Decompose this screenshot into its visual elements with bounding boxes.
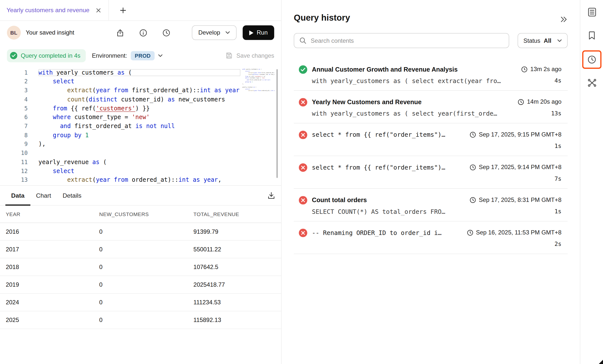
history-item-duration: 2s <box>554 241 561 248</box>
table-cell: 2025 <box>0 311 94 329</box>
save-icon <box>225 51 233 59</box>
table-row: 2016091399.79 <box>0 223 281 240</box>
document-header: BL Your saved insight <box>0 21 281 45</box>
history-item-time: 13m 2s ago <box>521 66 561 73</box>
table-row: 20250115892.13 <box>0 311 281 329</box>
logs-icon[interactable] <box>583 3 600 20</box>
history-item[interactable]: select * from {{ ref("order_items")…Sep … <box>294 156 568 184</box>
sql-editor[interactable]: 1with yearly_customers as (2 select3 ext… <box>0 66 281 185</box>
history-item-title: -- Renaming ORDER_ID to order_id i… <box>312 229 462 236</box>
history-item[interactable]: Count total ordersSep 17, 2025, 8:31 PM … <box>294 189 568 216</box>
code-line[interactable]: 13 extract(year from ordered_at)::int as… <box>0 176 281 184</box>
status-row: Query completed in 4s Environment: PROD … <box>0 45 281 66</box>
environment-value-badge: PROD <box>131 51 154 60</box>
bookmark-icon[interactable] <box>583 27 600 44</box>
line-number: 5 <box>0 105 39 111</box>
history-item-time: Sep 16, 2025, 11:53 PM GMT+8 <box>467 229 561 236</box>
search-input[interactable] <box>310 37 504 45</box>
code-line[interactable]: 1with yearly_customers as ( <box>0 68 281 77</box>
history-item-title: Count total orders <box>312 196 465 203</box>
code-line[interactable]: 5 from {{ ref('customers') }} <box>0 104 281 113</box>
table-cell: 0 <box>94 258 188 276</box>
history-item-time: Sep 17, 2025, 9:14 PM GMT+8 <box>470 164 561 171</box>
collapse-panel-icon[interactable] <box>560 16 567 23</box>
tab-title: Yearly customers and revenue <box>6 7 89 14</box>
line-number: 12 <box>0 168 39 174</box>
develop-label: Develop <box>198 29 220 36</box>
table-cell: 2019 <box>0 276 94 293</box>
error-icon <box>299 131 307 139</box>
develop-button[interactable]: Develop <box>192 25 236 40</box>
resize-corner[interactable] <box>599 360 603 364</box>
tab-bar: Yearly customers and revenue <box>0 0 281 21</box>
table-cell: 91399.79 <box>188 223 281 240</box>
table-row: 20170550011.22 <box>0 240 281 258</box>
history-item-duration: 7s <box>554 175 561 182</box>
editor-panel: Yearly customers and revenue BL Your sav… <box>0 0 281 364</box>
environment-selector[interactable]: Environment: PROD <box>92 51 163 60</box>
line-number: 11 <box>0 159 39 165</box>
status-filter-dropdown[interactable]: Status All <box>518 33 568 48</box>
new-tab-button[interactable] <box>117 0 129 20</box>
editor-minimap[interactable]: with yearly_customers as ( select extrac… <box>242 68 275 182</box>
line-number: 3 <box>0 87 39 93</box>
line-number: 8 <box>0 132 39 138</box>
history-item-preview: with yearly_customers as ( select year(f… <box>312 110 547 117</box>
version-history-icon[interactable] <box>162 28 171 37</box>
code-line[interactable]: 6 where customer_type = 'new' <box>0 113 281 122</box>
history-item-time: Sep 17, 2025, 8:31 PM GMT+8 <box>470 196 561 203</box>
line-number: 4 <box>0 96 39 102</box>
download-icon[interactable] <box>267 191 276 200</box>
avatar: BL <box>7 26 21 40</box>
info-icon[interactable] <box>139 28 148 37</box>
clock-icon <box>470 131 476 138</box>
divider <box>294 254 568 254</box>
search-box[interactable] <box>294 33 509 48</box>
code-line[interactable]: 2 select <box>0 77 281 86</box>
tab-chart[interactable]: Chart <box>30 186 57 205</box>
line-number: 2 <box>0 78 39 85</box>
history-item[interactable]: -- Renaming ORDER_ID to order_id i…Sep 1… <box>294 221 568 249</box>
share-icon[interactable] <box>116 28 125 37</box>
table-cell: 2016 <box>0 223 94 240</box>
run-button[interactable]: Run <box>243 25 274 40</box>
code-line[interactable]: 12 select <box>0 167 281 176</box>
table-row: 20240111234.53 <box>0 293 281 311</box>
results-panel: Data Chart Details YEARNEW_CUSTOMERSTOTA… <box>0 185 281 364</box>
code-line[interactable]: 4 count(distinct customer_id) as new_cus… <box>0 95 281 104</box>
history-item-preview: SELECT COUNT(*) AS total_orders FRO… <box>312 208 550 215</box>
lineage-icon[interactable] <box>583 74 600 91</box>
success-icon <box>299 65 307 74</box>
app-window: Yearly customers and revenue BL Your sav… <box>0 0 603 364</box>
history-item-duration: 4s <box>554 77 561 84</box>
run-label: Run <box>257 29 268 36</box>
editor-scrollbar[interactable] <box>277 69 278 178</box>
table-cell: 115892.13 <box>188 311 281 329</box>
history-item[interactable]: Yearly New Customers and Revenue14m 20s … <box>294 91 568 118</box>
minimap-content: with yearly_customers as ( select extrac… <box>242 68 275 92</box>
close-tab-icon[interactable] <box>95 7 102 14</box>
results-tab-bar: Data Chart Details <box>0 186 281 206</box>
code-line[interactable]: 9), <box>0 140 281 149</box>
tab-yearly-customers[interactable]: Yearly customers and revenue <box>0 0 109 20</box>
environment-label: Environment: <box>92 52 127 59</box>
history-icon[interactable] <box>582 50 601 69</box>
status-filter-label: Status <box>523 37 540 44</box>
code-line[interactable]: 3 extract(year from first_ordered_at)::i… <box>0 86 281 95</box>
chevron-down-icon <box>225 31 230 34</box>
tab-details[interactable]: Details <box>57 186 87 205</box>
table-cell: 111234.53 <box>188 293 281 311</box>
history-item[interactable]: Annual Customer Growth and Revenue Analy… <box>294 58 568 86</box>
chevron-down-icon <box>158 54 163 57</box>
code-line[interactable]: 8 group by 1 <box>0 131 281 140</box>
table-cell: 0 <box>94 223 188 240</box>
line-number: 13 <box>0 177 39 183</box>
history-item[interactable]: select * from {{ ref("order_items")…Sep … <box>294 123 568 151</box>
code-line[interactable]: 10 <box>0 149 281 158</box>
history-item-time: 14m 20s ago <box>518 98 561 105</box>
code-line[interactable]: 11yearly_revenue as ( <box>0 158 281 167</box>
code-line[interactable]: 7 and first_ordered_at is not null <box>0 122 281 131</box>
history-item-time: Sep 17, 2025, 9:15 PM GMT+8 <box>470 131 561 138</box>
save-changes-button[interactable]: Save changes <box>225 51 274 59</box>
tab-data[interactable]: Data <box>5 186 30 205</box>
